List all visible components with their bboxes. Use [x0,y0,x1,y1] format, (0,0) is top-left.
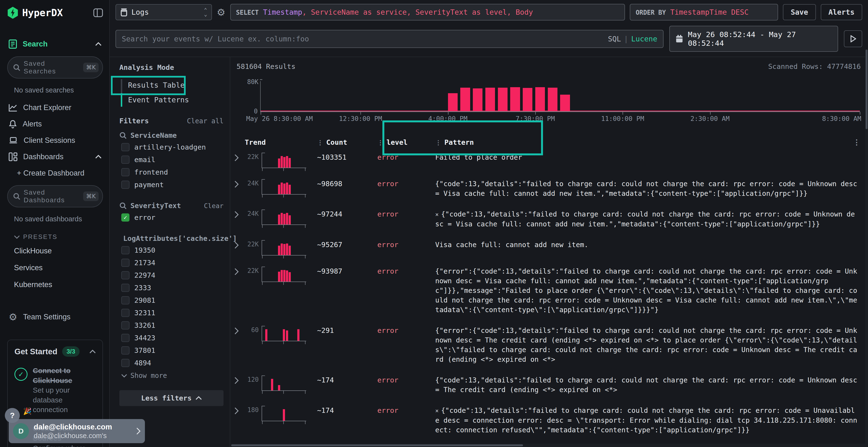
order-by-editor[interactable]: ORDER BY TimestampTime DESC [630,4,778,21]
run-query-button[interactable] [844,30,862,47]
table-row[interactable]: 22K~103351errorFailed to place order [234,153,865,168]
filter-checkbox-row[interactable]: artillery-loadgen [119,141,223,153]
source-select[interactable]: Logs ⌃⌃ [116,4,212,20]
histogram-bar[interactable] [498,88,507,111]
mode-event-patterns[interactable]: Event Patterns [125,93,223,107]
histogram-bar[interactable] [560,95,570,111]
mode-results-table[interactable]: Results Table [125,78,223,93]
filter-checkbox-row[interactable]: 21734 [119,256,223,269]
checkbox[interactable] [121,143,129,151]
row-expander-chevron-icon[interactable] [234,209,245,219]
checkbox[interactable] [121,334,129,342]
row-expander-chevron-icon[interactable] [234,179,245,189]
alerts-button[interactable]: Alerts [821,4,862,20]
checkbox[interactable] [121,156,129,164]
checkbox[interactable] [121,321,129,330]
pattern-cell[interactable]: Visa cache full: cannot add new item. [435,240,865,250]
filter-group-clear-link[interactable]: Clear [204,202,223,209]
column-header-pattern[interactable]: ⋮Pattern [435,138,851,146]
table-row[interactable]: 120~174error{"code":13,"details":"failed… [234,375,865,395]
create-dashboard-button[interactable]: + Create Dashboard [7,165,103,181]
histogram-bar[interactable] [448,93,458,111]
lang-toggle-sql[interactable]: SQL [608,35,621,43]
sidebar-item-preset-services[interactable]: Services [7,260,103,276]
table-row[interactable]: 60~291error{"error":{"code":13,"details"… [234,326,865,365]
row-expander-chevron-icon[interactable] [234,326,245,336]
filter-checkbox-row[interactable]: 4894 [119,357,223,369]
pattern-dismiss-icon[interactable]: × [435,211,439,218]
checkbox-checked[interactable]: ✓ [121,213,129,221]
pattern-cell[interactable]: {"error":{"code":13,"details":"failed to… [435,326,865,365]
histogram-bar[interactable] [460,88,470,111]
filter-checkbox-row[interactable]: 19350 [119,244,223,256]
table-row[interactable]: 22K~93987error{"error":{"code":13,"detai… [234,267,865,315]
column-header-count[interactable]: ⋮Count [317,138,377,146]
checkbox[interactable] [121,246,129,254]
sidebar-item-search[interactable]: Search [7,36,103,53]
user-menu[interactable]: D dale@clickhouse.com dale@clickhouse.co… [9,419,145,443]
row-expander-chevron-icon[interactable] [234,375,245,385]
drag-handle-icon[interactable]: ⋮ [317,139,323,146]
filter-checkbox-row[interactable]: 2333 [119,281,223,294]
filter-checkbox-row[interactable]: 37801 [119,344,223,357]
results-histogram[interactable]: 80K 0 May 26 8:30:00 AM12:30:00 PM4:00:0… [239,77,862,123]
drag-handle-icon[interactable]: ⋮ [435,139,441,146]
checkbox[interactable] [121,309,129,317]
checkbox[interactable] [121,181,129,189]
saved-dashboards-input[interactable]: Saved Dashboards ⌘K [7,185,103,207]
vertical-scrollbar[interactable] [865,49,868,447]
lang-toggle-lucene[interactable]: Lucene [631,35,657,43]
pattern-cell[interactable]: {"code":13,"details":"failed to charge c… [435,375,865,395]
histogram-bar[interactable] [473,89,483,111]
sidebar-item-preset-clickhouse[interactable]: ClickHouse [7,243,103,260]
sidebar-item-team-settings[interactable]: ⚙ Team Settings [7,308,103,326]
date-range-picker[interactable]: May 26 08:52:44 - May 27 08:52:44 [669,26,838,52]
filter-checkbox-row[interactable]: payment [119,178,223,191]
filter-checkbox-row[interactable]: 33261 [119,319,223,332]
table-row[interactable]: 24K~97244error×{"code":13,"details":"fai… [234,209,865,229]
pattern-dismiss-icon[interactable]: × [435,408,439,414]
drag-handle-icon[interactable]: ⋮ [377,139,383,146]
checkbox[interactable] [121,284,129,292]
pattern-cell[interactable]: ×{"code":13,"details":"failed to charge … [435,406,865,435]
sql-select-editor[interactable]: SELECT Timestamp, ServiceName as service… [230,4,625,21]
filter-checkbox-row[interactable]: frontend [119,166,223,178]
column-header-level[interactable]: ⋮level [377,138,435,146]
column-header-trend[interactable]: Trend [245,138,317,146]
table-row[interactable]: 180~174error×{"code":13,"details":"faile… [234,406,865,435]
filter-checkbox-row[interactable]: 22974 [119,269,223,281]
sidebar-collapse-icon[interactable] [93,8,103,17]
checkbox[interactable] [121,359,129,367]
pattern-cell[interactable]: {"code":13,"details":"failed to charge c… [435,179,865,199]
checkbox[interactable] [121,346,129,354]
saved-searches-input[interactable]: Saved Searches ⌘K [7,56,103,78]
show-more-link[interactable]: Show more [119,369,223,380]
histogram-bar[interactable] [535,87,545,111]
sidebar-item-client-sessions[interactable]: Client Sessions [7,132,103,148]
scrollbar-thumb[interactable] [866,49,868,129]
clear-all-filters-link[interactable]: Clear all [187,117,223,125]
horizontal-scrollbar[interactable] [231,444,865,447]
sidebar-item-alerts[interactable]: Alerts [7,116,103,132]
checkbox[interactable] [121,168,129,176]
row-expander-chevron-icon[interactable] [234,267,245,276]
row-expander-chevron-icon[interactable] [234,240,245,250]
table-row[interactable]: 24K~98698error{"code":13,"details":"fail… [234,179,865,199]
less-filters-button[interactable]: Less filters [119,390,223,406]
histogram-bar[interactable] [510,87,520,111]
presets-toggle[interactable]: PRESETS [7,228,103,243]
sidebar-item-preset-kubernetes[interactable]: Kubernetes [7,276,103,293]
pattern-cell[interactable]: Failed to place order [435,153,865,162]
filter-checkbox-row[interactable]: ✓error [119,211,223,224]
checkbox[interactable] [121,296,129,304]
filter-checkbox-row[interactable]: 29081 [119,294,223,307]
filter-checkbox-row[interactable]: email [119,153,223,166]
checkbox[interactable] [121,259,129,267]
pattern-cell[interactable]: {"error":{"code":13,"details":"failed to… [435,267,865,315]
sidebar-item-chart-explorer[interactable]: Chart Explorer [7,100,103,116]
filter-checkbox-row[interactable]: 34423 [119,332,223,344]
event-search-input[interactable]: Search your events w/ Lucene ex. column:… [116,30,663,48]
pattern-cell[interactable]: ×{"code":13,"details":"failed to charge … [435,209,865,229]
histogram-bar[interactable] [548,88,557,111]
histogram-bar[interactable] [485,88,495,111]
